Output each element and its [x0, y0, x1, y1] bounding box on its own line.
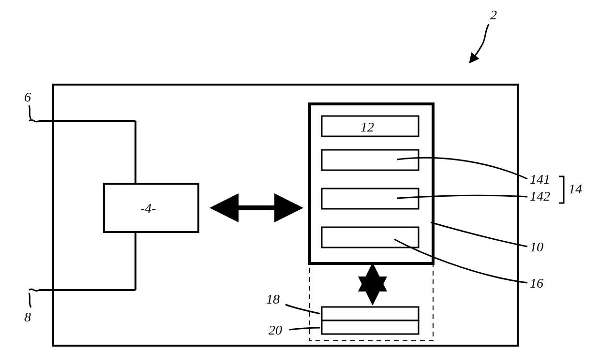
- label-142: 142: [530, 189, 550, 204]
- inner-block-3: [322, 189, 419, 209]
- label-10: 10: [530, 239, 543, 254]
- label-14: 14: [569, 181, 582, 196]
- leader-10: [431, 222, 527, 247]
- diagram-root: 2 6 8 -4- 12 141 142 14: [0, 0, 600, 364]
- label-16: 16: [530, 276, 543, 291]
- port-bottom: 8: [24, 293, 31, 324]
- port-top: 6: [24, 89, 31, 119]
- inner-block-2: [322, 150, 419, 170]
- assembly-pointer: 2: [470, 7, 497, 62]
- label-18: 18: [266, 291, 280, 306]
- inner-block-1-label: 12: [360, 119, 374, 134]
- left-block-label: -4-: [140, 201, 156, 216]
- label-141: 141: [530, 172, 550, 187]
- dashed-block-top: [322, 307, 419, 320]
- leader-20: [289, 328, 320, 330]
- assembly-label: 2: [490, 7, 497, 22]
- leader-18: [285, 305, 320, 314]
- port-bottom-label: 8: [24, 309, 31, 324]
- leader-16: [394, 239, 527, 283]
- leader-141: [397, 158, 527, 179]
- bracket-14: [559, 176, 564, 203]
- dashed-block-bottom: [322, 320, 419, 334]
- port-top-label: 6: [24, 89, 31, 104]
- leader-142: [397, 195, 527, 198]
- label-20: 20: [269, 322, 282, 337]
